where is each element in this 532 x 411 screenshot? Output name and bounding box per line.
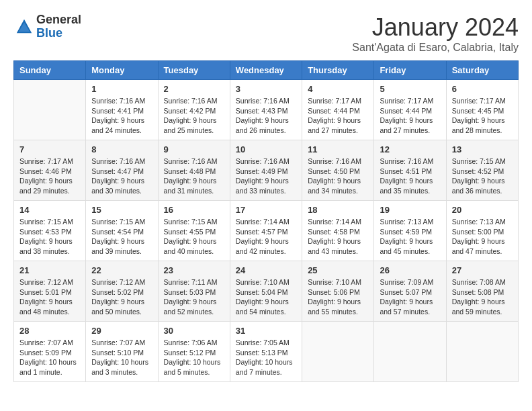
calendar-cell: 19Sunrise: 7:13 AM Sunset: 4:59 PM Dayli…	[374, 201, 446, 261]
calendar-cell: 25Sunrise: 7:10 AM Sunset: 5:06 PM Dayli…	[302, 261, 374, 322]
calendar-cell: 9Sunrise: 7:16 AM Sunset: 4:48 PM Daylig…	[158, 140, 230, 201]
calendar-cell: 3Sunrise: 7:16 AM Sunset: 4:43 PM Daylig…	[230, 80, 302, 140]
day-number: 14	[19, 205, 80, 215]
day-info: Sunrise: 7:07 AM Sunset: 5:09 PM Dayligh…	[19, 338, 80, 377]
weekday-header-thursday: Thursday	[302, 61, 374, 80]
day-info: Sunrise: 7:16 AM Sunset: 4:43 PM Dayligh…	[236, 96, 296, 136]
calendar-cell: 4Sunrise: 7:17 AM Sunset: 4:44 PM Daylig…	[302, 80, 374, 140]
calendar-cell: 31Sunrise: 7:05 AM Sunset: 5:13 PM Dayli…	[230, 322, 302, 382]
weekday-header-monday: Monday	[86, 61, 158, 80]
logo: General Blue	[13, 13, 81, 40]
day-info: Sunrise: 7:12 AM Sunset: 5:01 PM Dayligh…	[19, 277, 80, 317]
day-info: Sunrise: 7:12 AM Sunset: 5:02 PM Dayligh…	[91, 277, 152, 317]
calendar-cell: 24Sunrise: 7:10 AM Sunset: 5:04 PM Dayli…	[230, 261, 302, 322]
calendar-cell	[374, 322, 446, 382]
calendar-cell: 30Sunrise: 7:06 AM Sunset: 5:12 PM Dayli…	[158, 322, 230, 382]
day-number: 27	[452, 265, 513, 275]
calendar-cell: 11Sunrise: 7:16 AM Sunset: 4:50 PM Dayli…	[302, 140, 374, 201]
day-info: Sunrise: 7:15 AM Sunset: 4:52 PM Dayligh…	[452, 156, 513, 196]
month-title: January 2024	[352, 13, 519, 42]
day-number: 26	[380, 265, 440, 275]
day-number: 4	[308, 84, 368, 94]
logo-icon	[15, 17, 34, 36]
day-info: Sunrise: 7:10 AM Sunset: 5:06 PM Dayligh…	[308, 277, 368, 317]
calendar-cell: 10Sunrise: 7:16 AM Sunset: 4:49 PM Dayli…	[230, 140, 302, 201]
weekday-header-friday: Friday	[374, 61, 446, 80]
day-info: Sunrise: 7:14 AM Sunset: 4:58 PM Dayligh…	[308, 217, 368, 257]
day-number: 19	[380, 205, 440, 215]
day-number: 22	[91, 265, 152, 275]
calendar-cell: 7Sunrise: 7:17 AM Sunset: 4:46 PM Daylig…	[14, 140, 86, 201]
day-number: 8	[91, 144, 152, 154]
day-number: 25	[308, 265, 368, 275]
day-number: 15	[91, 205, 152, 215]
week-row-2: 7Sunrise: 7:17 AM Sunset: 4:46 PM Daylig…	[14, 140, 519, 201]
day-number: 18	[308, 205, 368, 215]
calendar-cell: 22Sunrise: 7:12 AM Sunset: 5:02 PM Dayli…	[86, 261, 158, 322]
day-info: Sunrise: 7:17 AM Sunset: 4:44 PM Dayligh…	[380, 96, 440, 136]
day-info: Sunrise: 7:14 AM Sunset: 4:57 PM Dayligh…	[236, 217, 296, 257]
calendar-cell: 15Sunrise: 7:15 AM Sunset: 4:54 PM Dayli…	[86, 201, 158, 261]
day-number: 21	[19, 265, 80, 275]
day-info: Sunrise: 7:16 AM Sunset: 4:49 PM Dayligh…	[236, 156, 296, 196]
calendar-cell: 20Sunrise: 7:13 AM Sunset: 5:00 PM Dayli…	[446, 201, 518, 261]
calendar-cell: 13Sunrise: 7:15 AM Sunset: 4:52 PM Dayli…	[446, 140, 518, 201]
day-info: Sunrise: 7:16 AM Sunset: 4:51 PM Dayligh…	[380, 156, 440, 196]
day-info: Sunrise: 7:07 AM Sunset: 5:10 PM Dayligh…	[91, 338, 152, 377]
calendar-cell: 17Sunrise: 7:14 AM Sunset: 4:57 PM Dayli…	[230, 201, 302, 261]
calendar-cell	[14, 80, 86, 140]
week-row-3: 14Sunrise: 7:15 AM Sunset: 4:53 PM Dayli…	[14, 201, 519, 261]
day-number: 24	[236, 265, 296, 275]
day-number: 3	[236, 84, 296, 94]
day-number: 12	[380, 144, 440, 154]
day-info: Sunrise: 7:16 AM Sunset: 4:41 PM Dayligh…	[91, 96, 152, 136]
day-number: 2	[164, 84, 224, 94]
calendar-cell: 16Sunrise: 7:15 AM Sunset: 4:55 PM Dayli…	[158, 201, 230, 261]
day-info: Sunrise: 7:17 AM Sunset: 4:46 PM Dayligh…	[19, 156, 80, 196]
location-title: Sant'Agata di Esaro, Calabria, Italy	[352, 42, 519, 54]
calendar-cell: 6Sunrise: 7:17 AM Sunset: 4:45 PM Daylig…	[446, 80, 518, 140]
weekday-header-wednesday: Wednesday	[230, 61, 302, 80]
calendar-cell	[446, 322, 518, 382]
title-block: January 2024 Sant'Agata di Esaro, Calabr…	[352, 13, 519, 54]
day-number: 20	[452, 205, 513, 215]
calendar-cell: 23Sunrise: 7:11 AM Sunset: 5:03 PM Dayli…	[158, 261, 230, 322]
calendar-cell	[302, 322, 374, 382]
logo-text: General Blue	[36, 13, 81, 40]
day-info: Sunrise: 7:15 AM Sunset: 4:53 PM Dayligh…	[19, 217, 80, 257]
day-number: 28	[19, 326, 80, 336]
day-number: 6	[452, 84, 513, 94]
day-number: 16	[164, 205, 224, 215]
day-info: Sunrise: 7:10 AM Sunset: 5:04 PM Dayligh…	[236, 277, 296, 317]
calendar-cell: 8Sunrise: 7:16 AM Sunset: 4:47 PM Daylig…	[86, 140, 158, 201]
calendar-cell: 18Sunrise: 7:14 AM Sunset: 4:58 PM Dayli…	[302, 201, 374, 261]
day-info: Sunrise: 7:16 AM Sunset: 4:42 PM Dayligh…	[164, 96, 224, 136]
day-info: Sunrise: 7:06 AM Sunset: 5:12 PM Dayligh…	[164, 338, 224, 377]
day-info: Sunrise: 7:13 AM Sunset: 4:59 PM Dayligh…	[380, 217, 440, 257]
day-info: Sunrise: 7:17 AM Sunset: 4:45 PM Dayligh…	[452, 96, 513, 136]
day-number: 23	[164, 265, 224, 275]
week-row-1: 1Sunrise: 7:16 AM Sunset: 4:41 PM Daylig…	[14, 80, 519, 140]
calendar-cell: 21Sunrise: 7:12 AM Sunset: 5:01 PM Dayli…	[14, 261, 86, 322]
calendar-cell: 26Sunrise: 7:09 AM Sunset: 5:07 PM Dayli…	[374, 261, 446, 322]
calendar-cell: 5Sunrise: 7:17 AM Sunset: 4:44 PM Daylig…	[374, 80, 446, 140]
calendar-cell: 14Sunrise: 7:15 AM Sunset: 4:53 PM Dayli…	[14, 201, 86, 261]
day-number: 9	[164, 144, 224, 154]
calendar-cell: 28Sunrise: 7:07 AM Sunset: 5:09 PM Dayli…	[14, 322, 86, 382]
calendar-cell: 27Sunrise: 7:08 AM Sunset: 5:08 PM Dayli…	[446, 261, 518, 322]
day-info: Sunrise: 7:16 AM Sunset: 4:50 PM Dayligh…	[308, 156, 368, 196]
calendar-cell: 1Sunrise: 7:16 AM Sunset: 4:41 PM Daylig…	[86, 80, 158, 140]
day-info: Sunrise: 7:15 AM Sunset: 4:54 PM Dayligh…	[91, 217, 152, 257]
day-number: 5	[380, 84, 440, 94]
weekday-header-row: SundayMondayTuesdayWednesdayThursdayFrid…	[14, 61, 519, 80]
calendar-cell: 12Sunrise: 7:16 AM Sunset: 4:51 PM Dayli…	[374, 140, 446, 201]
calendar-cell: 29Sunrise: 7:07 AM Sunset: 5:10 PM Dayli…	[86, 322, 158, 382]
day-number: 31	[236, 326, 296, 336]
day-info: Sunrise: 7:17 AM Sunset: 4:44 PM Dayligh…	[308, 96, 368, 136]
weekday-header-saturday: Saturday	[446, 61, 518, 80]
day-info: Sunrise: 7:13 AM Sunset: 5:00 PM Dayligh…	[452, 217, 513, 257]
day-info: Sunrise: 7:16 AM Sunset: 4:47 PM Dayligh…	[91, 156, 152, 196]
day-info: Sunrise: 7:11 AM Sunset: 5:03 PM Dayligh…	[164, 277, 224, 317]
day-info: Sunrise: 7:16 AM Sunset: 4:48 PM Dayligh…	[164, 156, 224, 196]
day-info: Sunrise: 7:15 AM Sunset: 4:55 PM Dayligh…	[164, 217, 224, 257]
